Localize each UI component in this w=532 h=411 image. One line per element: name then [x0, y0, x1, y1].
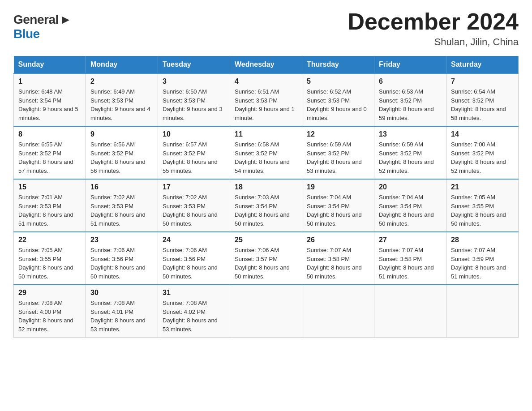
- col-header-tuesday: Tuesday: [158, 56, 230, 73]
- month-title: December 2024: [348, 9, 519, 34]
- day-info: Sunrise: 6:58 AMSunset: 3:52 PMDaylight:…: [235, 140, 297, 175]
- col-header-thursday: Thursday: [302, 56, 374, 73]
- calendar-week-row: 1Sunrise: 6:48 AMSunset: 3:54 PMDaylight…: [14, 73, 519, 126]
- calendar-week-row: 8Sunrise: 6:55 AMSunset: 3:52 PMDaylight…: [14, 126, 519, 179]
- day-info: Sunrise: 7:07 AMSunset: 3:58 PMDaylight:…: [379, 246, 442, 281]
- calendar-cell: 24Sunrise: 7:06 AMSunset: 3:56 PMDayligh…: [158, 232, 230, 285]
- page-header: General ► Blue December 2024 Shulan, Jil…: [13, 9, 519, 48]
- day-info: Sunrise: 7:07 AMSunset: 3:59 PMDaylight:…: [451, 246, 514, 281]
- day-number: 12: [307, 130, 369, 138]
- calendar-cell: 16Sunrise: 7:02 AMSunset: 3:53 PMDayligh…: [86, 179, 158, 232]
- calendar-cell: 27Sunrise: 7:07 AMSunset: 3:58 PMDayligh…: [374, 232, 446, 285]
- day-number: 16: [90, 183, 153, 191]
- calendar-cell: 3Sunrise: 6:50 AMSunset: 3:53 PMDaylight…: [158, 73, 230, 126]
- day-number: 7: [451, 77, 514, 86]
- day-info: Sunrise: 7:04 AMSunset: 3:54 PMDaylight:…: [379, 193, 442, 228]
- calendar-cell: 19Sunrise: 7:04 AMSunset: 3:54 PMDayligh…: [302, 179, 374, 232]
- logo: General ► Blue: [13, 13, 72, 41]
- calendar-cell: 21Sunrise: 7:05 AMSunset: 3:55 PMDayligh…: [446, 179, 519, 232]
- day-info: Sunrise: 7:01 AMSunset: 3:53 PMDaylight:…: [18, 193, 81, 228]
- day-number: 21: [451, 183, 514, 191]
- calendar-cell: 28Sunrise: 7:07 AMSunset: 3:59 PMDayligh…: [446, 232, 519, 285]
- day-number: 22: [18, 236, 81, 244]
- calendar-cell: 6Sunrise: 6:53 AMSunset: 3:52 PMDaylight…: [374, 73, 446, 126]
- calendar-cell: 13Sunrise: 6:59 AMSunset: 3:52 PMDayligh…: [374, 126, 446, 179]
- day-number: 10: [163, 130, 225, 138]
- day-info: Sunrise: 7:02 AMSunset: 3:53 PMDaylight:…: [90, 193, 153, 228]
- calendar-cell: 18Sunrise: 7:03 AMSunset: 3:54 PMDayligh…: [230, 179, 302, 232]
- calendar-cell: 30Sunrise: 7:08 AMSunset: 4:01 PMDayligh…: [86, 285, 158, 338]
- calendar-cell: [374, 285, 446, 338]
- calendar-cell: 29Sunrise: 7:08 AMSunset: 4:00 PMDayligh…: [14, 285, 86, 338]
- calendar-header-row: SundayMondayTuesdayWednesdayThursdayFrid…: [14, 56, 519, 73]
- calendar-cell: 26Sunrise: 7:07 AMSunset: 3:58 PMDayligh…: [302, 232, 374, 285]
- calendar-cell: [302, 285, 374, 338]
- calendar-cell: 9Sunrise: 6:56 AMSunset: 3:52 PMDaylight…: [86, 126, 158, 179]
- calendar-cell: 25Sunrise: 7:06 AMSunset: 3:57 PMDayligh…: [230, 232, 302, 285]
- day-number: 14: [451, 130, 514, 138]
- day-number: 20: [379, 183, 442, 191]
- day-number: 31: [163, 289, 225, 297]
- calendar-cell: 2Sunrise: 6:49 AMSunset: 3:53 PMDaylight…: [86, 73, 158, 126]
- day-info: Sunrise: 7:07 AMSunset: 3:58 PMDaylight:…: [307, 246, 369, 281]
- day-number: 13: [379, 130, 442, 138]
- day-info: Sunrise: 7:08 AMSunset: 4:02 PMDaylight:…: [163, 299, 225, 334]
- logo-triangle-icon: ►: [60, 13, 72, 27]
- day-number: 27: [379, 236, 442, 244]
- day-info: Sunrise: 6:50 AMSunset: 3:53 PMDaylight:…: [163, 87, 225, 122]
- calendar-cell: 11Sunrise: 6:58 AMSunset: 3:52 PMDayligh…: [230, 126, 302, 179]
- logo-general-text: General: [13, 13, 59, 27]
- day-number: 2: [90, 77, 153, 86]
- day-number: 30: [90, 289, 153, 297]
- day-info: Sunrise: 7:05 AMSunset: 3:55 PMDaylight:…: [18, 246, 81, 281]
- day-number: 18: [235, 183, 297, 191]
- calendar-cell: [446, 285, 519, 338]
- day-info: Sunrise: 7:02 AMSunset: 3:53 PMDaylight:…: [163, 193, 225, 228]
- day-number: 5: [307, 77, 369, 86]
- col-header-monday: Monday: [86, 56, 158, 73]
- day-info: Sunrise: 6:59 AMSunset: 3:52 PMDaylight:…: [307, 140, 369, 175]
- calendar-week-row: 22Sunrise: 7:05 AMSunset: 3:55 PMDayligh…: [14, 232, 519, 285]
- day-number: 8: [18, 130, 81, 138]
- day-number: 17: [163, 183, 225, 191]
- day-info: Sunrise: 7:08 AMSunset: 4:00 PMDaylight:…: [18, 299, 81, 334]
- day-number: 23: [90, 236, 153, 244]
- calendar-cell: 10Sunrise: 6:57 AMSunset: 3:52 PMDayligh…: [158, 126, 230, 179]
- calendar-cell: [230, 285, 302, 338]
- day-info: Sunrise: 6:57 AMSunset: 3:52 PMDaylight:…: [163, 140, 225, 175]
- calendar-cell: 8Sunrise: 6:55 AMSunset: 3:52 PMDaylight…: [14, 126, 86, 179]
- calendar-cell: 15Sunrise: 7:01 AMSunset: 3:53 PMDayligh…: [14, 179, 86, 232]
- day-number: 19: [307, 183, 369, 191]
- day-info: Sunrise: 6:54 AMSunset: 3:52 PMDaylight:…: [451, 87, 514, 122]
- day-info: Sunrise: 6:59 AMSunset: 3:52 PMDaylight:…: [379, 140, 442, 175]
- col-header-sunday: Sunday: [14, 56, 86, 73]
- day-info: Sunrise: 7:06 AMSunset: 3:56 PMDaylight:…: [163, 246, 225, 281]
- day-number: 6: [379, 77, 442, 86]
- calendar-cell: 23Sunrise: 7:06 AMSunset: 3:56 PMDayligh…: [86, 232, 158, 285]
- day-number: 4: [235, 77, 297, 86]
- day-info: Sunrise: 6:51 AMSunset: 3:53 PMDaylight:…: [235, 87, 297, 122]
- day-number: 3: [163, 77, 225, 86]
- calendar-cell: 20Sunrise: 7:04 AMSunset: 3:54 PMDayligh…: [374, 179, 446, 232]
- calendar-cell: 5Sunrise: 6:52 AMSunset: 3:53 PMDaylight…: [302, 73, 374, 126]
- day-info: Sunrise: 6:48 AMSunset: 3:54 PMDaylight:…: [18, 87, 81, 122]
- calendar-cell: 22Sunrise: 7:05 AMSunset: 3:55 PMDayligh…: [14, 232, 86, 285]
- day-info: Sunrise: 7:00 AMSunset: 3:52 PMDaylight:…: [451, 140, 514, 175]
- calendar-cell: 31Sunrise: 7:08 AMSunset: 4:02 PMDayligh…: [158, 285, 230, 338]
- day-info: Sunrise: 6:49 AMSunset: 3:53 PMDaylight:…: [90, 87, 153, 122]
- day-info: Sunrise: 7:06 AMSunset: 3:57 PMDaylight:…: [235, 246, 297, 281]
- location-subtitle: Shulan, Jilin, China: [348, 36, 519, 48]
- calendar-week-row: 15Sunrise: 7:01 AMSunset: 3:53 PMDayligh…: [14, 179, 519, 232]
- day-info: Sunrise: 6:55 AMSunset: 3:52 PMDaylight:…: [18, 140, 81, 175]
- logo-blue-text: Blue: [13, 27, 40, 41]
- day-number: 9: [90, 130, 153, 138]
- day-info: Sunrise: 7:04 AMSunset: 3:54 PMDaylight:…: [307, 193, 369, 228]
- day-number: 1: [18, 77, 81, 86]
- calendar-week-row: 29Sunrise: 7:08 AMSunset: 4:00 PMDayligh…: [14, 285, 519, 338]
- day-number: 26: [307, 236, 369, 244]
- col-header-friday: Friday: [374, 56, 446, 73]
- title-block: December 2024 Shulan, Jilin, China: [348, 9, 519, 48]
- day-number: 11: [235, 130, 297, 138]
- day-info: Sunrise: 6:56 AMSunset: 3:52 PMDaylight:…: [90, 140, 153, 175]
- calendar-cell: 17Sunrise: 7:02 AMSunset: 3:53 PMDayligh…: [158, 179, 230, 232]
